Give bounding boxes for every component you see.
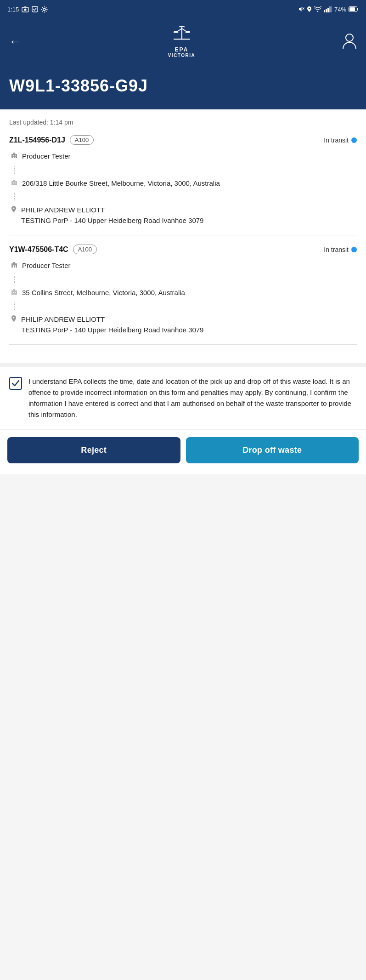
svg-rect-6 [324,10,325,12]
title-section: W9L1-33856-G9J [0,67,366,109]
recipient-address-2: TESTING PorP - 140 Upper Heidelberg Road… [21,325,203,336]
status-left: 1:15 [7,6,48,13]
reject-button[interactable]: Reject [7,437,180,463]
svg-rect-23 [13,182,14,183]
pin-icon-2 [11,315,17,322]
battery-display: 74% [334,6,346,13]
recipient-address-1: TESTING PorP - 140 Upper Heidelberg Road… [21,216,203,226]
app-header: ← EPA VICTORIA [0,18,366,67]
svg-rect-16 [11,154,17,158]
svg-point-1 [24,9,27,11]
building-icon-1 [11,152,17,159]
location-icon [307,6,312,12]
app-logo: EPA VICTORIA [168,25,196,58]
waste-details-2: Producer Tester 35 Collins Street, Melbo… [9,261,357,335]
consent-checkbox[interactable] [9,377,22,390]
svg-rect-34 [15,292,16,293]
profile-icon[interactable] [342,33,357,50]
divider-2a [14,276,357,283]
svg-rect-35 [13,289,15,291]
address-row-2: 35 Collins Street, Melbourne, Victoria, … [11,288,357,298]
svg-rect-28 [15,265,16,266]
svg-rect-17 [13,155,14,156]
mute-icon [298,6,304,12]
consent-row: I understand EPA collects the time, date… [9,376,357,420]
status-bar: 1:15 74% [0,0,366,18]
consent-text: I understand EPA collects the time, date… [28,376,357,420]
svg-rect-33 [13,292,14,293]
svg-point-3 [43,8,45,11]
waste-id-1: Z1L-154956-D1J [9,136,65,144]
status-right: 74% [298,6,359,13]
svg-rect-27 [13,265,14,266]
waste-card-2-header: Y1W-475506-T4C A100 In transit [9,245,357,254]
address-1: 206/318 Little Bourke Street, Melbourne,… [22,178,220,189]
svg-rect-9 [329,6,331,12]
svg-point-15 [346,34,353,41]
dropoff-button[interactable]: Drop off waste [186,437,359,463]
status-dot-2 [351,247,357,252]
address-2: 35 Collins Street, Melbourne, Victoria, … [22,288,185,298]
wifi-icon [314,6,321,12]
consent-section: I understand EPA collects the time, date… [0,363,366,429]
recipient-name-1: PHILIP ANDREW ELLIOTT [21,205,203,216]
svg-rect-19 [13,157,14,158]
recipient-details-2: PHILIP ANDREW ELLIOTT TESTING PorP - 140… [21,314,203,335]
bottom-buttons: Reject Drop off waste [0,429,366,474]
divider-1a [14,166,357,174]
waste-details-1: Producer Tester 206/318 Little Bourke St… [9,151,357,226]
checkmark-icon [11,380,20,387]
status-label-1: In transit [324,137,357,144]
svg-rect-24 [15,182,16,183]
waste-card-1-header: Z1L-154956-D1J A100 In transit [9,135,357,145]
svg-rect-25 [13,180,15,181]
waste-badge-1: A100 [70,135,94,145]
waste-id-2: Y1W-475506-T4C [9,245,68,254]
signal-icon [324,6,332,12]
producer-row-1: Producer Tester [11,151,357,162]
svg-rect-30 [15,266,16,268]
producer-row-2: Producer Tester [11,261,357,271]
svg-rect-7 [326,9,327,12]
producer-name-2: Producer Tester [22,261,71,271]
svg-rect-10 [331,6,332,12]
svg-rect-26 [11,263,17,268]
status-label-2: In transit [324,246,357,253]
svg-rect-12 [349,7,355,11]
svg-rect-31 [13,262,15,263]
recipient-row-2: PHILIP ANDREW ELLIOTT TESTING PorP - 140… [11,314,357,335]
time-display: 1:15 [7,6,19,13]
battery-icon [349,6,359,12]
svg-rect-8 [327,8,329,12]
svg-rect-21 [13,153,15,154]
waybill-id: W9L1-33856-G9J [9,76,357,96]
svg-rect-20 [15,157,16,158]
divider-1b [14,193,357,200]
producer-name-1: Producer Tester [22,151,71,162]
epa-logo-icon [168,25,196,46]
address-row-1: 206/318 Little Bourke Street, Melbourne,… [11,178,357,189]
photo-icon [22,6,29,12]
recipient-row-1: PHILIP ANDREW ELLIOTT TESTING PorP - 140… [11,205,357,226]
status-dot-1 [351,137,357,143]
building2-icon-2 [11,289,17,295]
settings-icon [41,6,48,13]
divider-2b [14,302,357,310]
waste-card-1: Z1L-154956-D1J A100 In transit Producer … [9,135,357,235]
last-updated: Last updated: 1:14 pm [9,119,357,126]
svg-rect-32 [11,291,17,295]
svg-rect-18 [15,155,16,156]
building2-icon-1 [11,179,17,186]
svg-rect-22 [11,181,17,185]
recipient-details-1: PHILIP ANDREW ELLIOTT TESTING PorP - 140… [21,205,203,226]
logo-text: EPA VICTORIA [168,46,196,58]
main-content: Last updated: 1:14 pm Z1L-154956-D1J A10… [0,109,366,363]
waste-card-2: Y1W-475506-T4C A100 In transit Producer … [9,245,357,345]
check-icon [32,6,38,12]
building-icon-2 [11,262,17,268]
recipient-name-2: PHILIP ANDREW ELLIOTT [21,314,203,325]
back-button[interactable]: ← [9,34,21,49]
pin-icon-1 [11,205,17,213]
svg-rect-29 [13,266,14,268]
waste-badge-2: A100 [73,245,97,254]
